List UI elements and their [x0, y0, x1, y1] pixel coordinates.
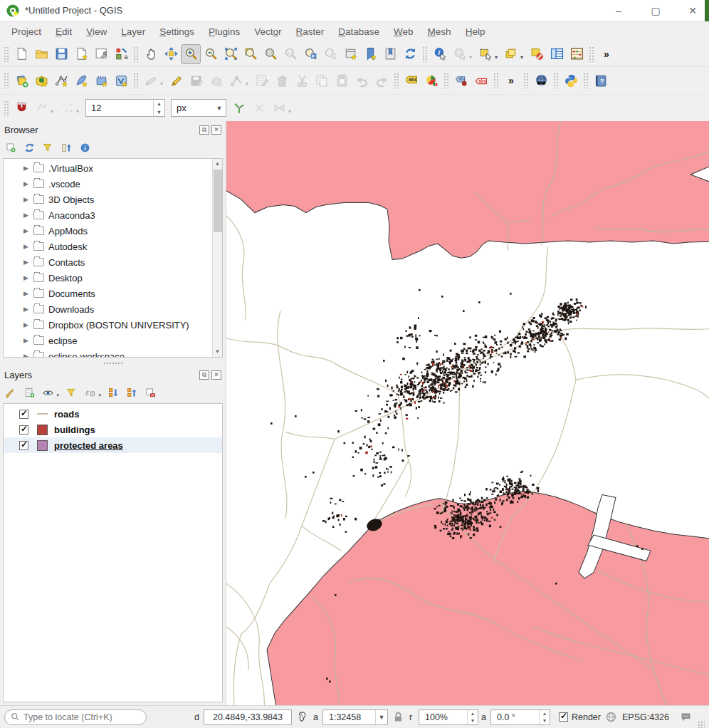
- layer-visibility-checkbox[interactable]: [19, 425, 28, 435]
- expand-arrow-icon[interactable]: ▶: [23, 274, 33, 281]
- browser-item-autodesk[interactable]: ▶Autodesk: [4, 239, 222, 254]
- browser-properties-icon[interactable]: i: [77, 140, 93, 155]
- browser-scrollbar[interactable]: ▲ ▼: [212, 159, 222, 357]
- menu-settings[interactable]: Settings: [152, 24, 201, 40]
- menu-database[interactable]: Database: [331, 24, 387, 40]
- layer-row-roads[interactable]: roads: [4, 406, 222, 422]
- snapping-units-combo[interactable]: px▼: [171, 99, 226, 117]
- show-layout-manager-icon[interactable]: [91, 44, 111, 64]
- zoom-full-icon[interactable]: [221, 44, 241, 64]
- menu-view[interactable]: View: [79, 24, 114, 40]
- metasearch-icon[interactable]: [531, 71, 551, 90]
- toolbar-grip[interactable]: [583, 73, 589, 88]
- expand-arrow-icon[interactable]: ▶: [23, 165, 33, 172]
- new-shapefile-layer-icon[interactable]: [51, 71, 71, 90]
- crs-globe-icon[interactable]: [604, 709, 619, 725]
- crs-indicator[interactable]: EPSG:4326: [622, 712, 669, 722]
- zoom-out-icon[interactable]: [201, 44, 221, 64]
- minimize-button[interactable]: –: [612, 5, 625, 16]
- collapse-all-icon[interactable]: [124, 385, 140, 400]
- open-project-icon[interactable]: [31, 44, 51, 64]
- open-attribute-table-icon[interactable]: [547, 44, 567, 64]
- browser-item-anaconda3[interactable]: ▶Anaconda3: [4, 207, 222, 223]
- style-manager-icon[interactable]: a: [111, 44, 131, 64]
- zoom-to-layer-icon[interactable]: [261, 44, 280, 64]
- layer-diagram-options-icon[interactable]: [421, 71, 441, 90]
- maximize-button[interactable]: ▢: [649, 5, 662, 16]
- toolbar-overflow-2-icon[interactable]: »: [501, 71, 521, 90]
- browser-item--vscode[interactable]: ▶.vscode: [4, 176, 222, 192]
- browser-item-3d-objects[interactable]: ▶3D Objects: [4, 192, 222, 207]
- menu-vector[interactable]: Vector: [247, 24, 288, 40]
- toolbar-grip[interactable]: [422, 46, 428, 62]
- refresh-icon[interactable]: [400, 44, 420, 64]
- expand-arrow-icon[interactable]: ▶: [23, 180, 33, 187]
- toolbar-grip[interactable]: [4, 46, 9, 62]
- layer-row-protected-areas[interactable]: protected areas: [4, 437, 222, 453]
- menu-edit[interactable]: Edit: [48, 24, 79, 40]
- toolbar-grip[interactable]: [133, 73, 139, 88]
- browser-item-contacts[interactable]: ▶Contacts: [4, 254, 222, 270]
- browser-item-eclipse[interactable]: ▶eclipse: [4, 333, 222, 348]
- scroll-up-icon[interactable]: ▲: [213, 159, 222, 169]
- manage-map-themes-icon[interactable]: ▾: [40, 385, 56, 400]
- coordinate-box[interactable]: 20.4849,-33.9843: [204, 709, 292, 725]
- menu-layer[interactable]: Layer: [114, 24, 152, 40]
- map-canvas[interactable]: [226, 121, 709, 705]
- new-spatial-bookmark-icon[interactable]: [360, 44, 380, 64]
- expand-arrow-icon[interactable]: ▶: [23, 243, 33, 250]
- menu-raster[interactable]: Raster: [289, 24, 332, 40]
- toolbar-grip[interactable]: [493, 73, 499, 88]
- layer-row-buildings[interactable]: buildings: [4, 422, 222, 437]
- toolbar-grip[interactable]: [589, 46, 594, 62]
- filter-by-expression-icon[interactable]: ε▾: [82, 385, 98, 400]
- deselect-all-icon[interactable]: [527, 44, 547, 64]
- data-source-manager-icon[interactable]: [11, 71, 31, 90]
- remove-layer-icon[interactable]: [142, 385, 158, 400]
- scroll-down-icon[interactable]: ▼: [213, 347, 222, 357]
- browser-item-eclipse-workspace[interactable]: ▶eclipse-workspace: [4, 348, 222, 358]
- zoom-to-selection-icon[interactable]: [241, 44, 261, 64]
- expand-arrow-icon[interactable]: ▶: [23, 227, 33, 234]
- select-by-value-icon[interactable]: ▾: [501, 44, 521, 64]
- expand-all-icon[interactable]: [105, 385, 121, 400]
- expand-arrow-icon[interactable]: ▶: [23, 321, 33, 328]
- expand-arrow-icon[interactable]: ▶: [23, 290, 33, 297]
- close-button[interactable]: ✕: [686, 5, 699, 16]
- menu-help[interactable]: Help: [458, 24, 493, 40]
- identify-features-icon[interactable]: i: [430, 44, 450, 64]
- python-console-icon[interactable]: [561, 71, 581, 90]
- save-project-icon[interactable]: [51, 44, 71, 64]
- toolbar-grip[interactable]: [4, 73, 9, 88]
- render-checkbox[interactable]: [559, 712, 568, 722]
- browser-item--virtualbox[interactable]: ▶.VirtualBox: [4, 160, 222, 176]
- toolbar-grip[interactable]: [553, 73, 559, 88]
- toolbar-overflow-icon[interactable]: »: [597, 44, 616, 64]
- locate-input[interactable]: [23, 712, 140, 722]
- toggle-editing-icon[interactable]: [167, 71, 187, 90]
- browser-item-dropbox-boston-university-[interactable]: ▶Dropbox (BOSTON UNIVERSITY): [4, 317, 222, 333]
- toolbar-grip[interactable]: [4, 100, 9, 116]
- statistical-summary-icon[interactable]: [567, 44, 587, 64]
- filter-browser-icon[interactable]: [40, 140, 56, 155]
- pan-to-selection-icon[interactable]: [161, 44, 181, 64]
- new-virtual-layer-icon[interactable]: [111, 71, 131, 90]
- layer-visibility-checkbox[interactable]: [19, 410, 28, 419]
- show-unplaced-labels-icon[interactable]: abc: [471, 71, 491, 90]
- new-map-view-icon[interactable]: [340, 44, 360, 64]
- topological-editing-icon[interactable]: [229, 98, 249, 118]
- messages-icon[interactable]: [678, 709, 693, 725]
- menu-web[interactable]: Web: [387, 24, 421, 40]
- expand-arrow-icon[interactable]: ▶: [23, 353, 33, 358]
- lock-scale-icon[interactable]: [391, 709, 406, 725]
- refresh-browser-icon[interactable]: [21, 140, 37, 155]
- select-features-icon[interactable]: ▾: [476, 44, 495, 64]
- menu-mesh[interactable]: Mesh: [421, 24, 458, 40]
- scrollbar-thumb[interactable]: [214, 170, 222, 232]
- magnifier-spinbox[interactable]: 100% ▲▼: [419, 709, 478, 725]
- add-group-icon[interactable]: [21, 385, 37, 400]
- filter-legend-icon[interactable]: [63, 385, 79, 400]
- collapse-all-icon[interactable]: [58, 140, 74, 155]
- menu-project[interactable]: Project: [4, 24, 48, 40]
- window-resize-grip[interactable]: [698, 721, 705, 728]
